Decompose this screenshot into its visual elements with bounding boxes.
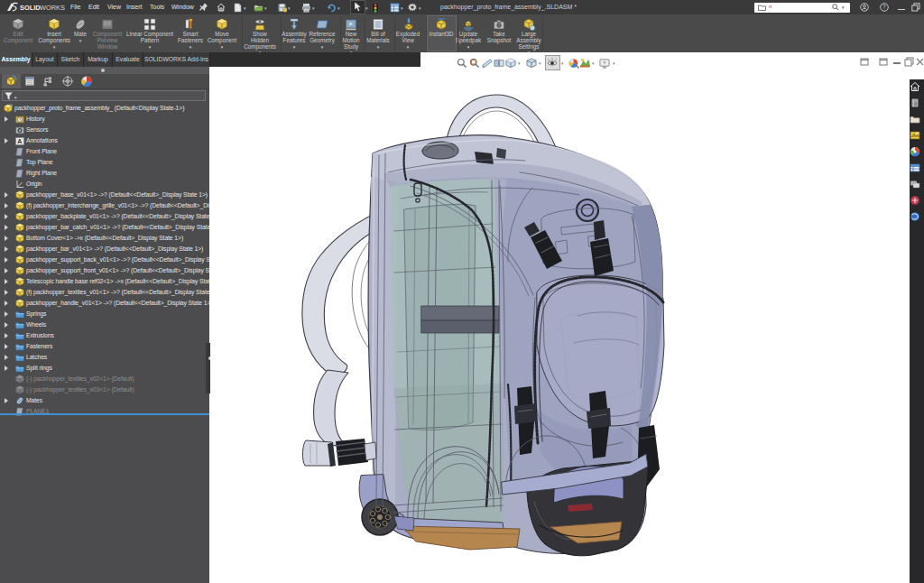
svg-text:WORKS: WORKS: [40, 4, 65, 12]
svg-text:SOLID: SOLID: [20, 4, 41, 12]
svg-text:?: ?: [882, 4, 886, 10]
svg-text:A: A: [17, 138, 22, 144]
